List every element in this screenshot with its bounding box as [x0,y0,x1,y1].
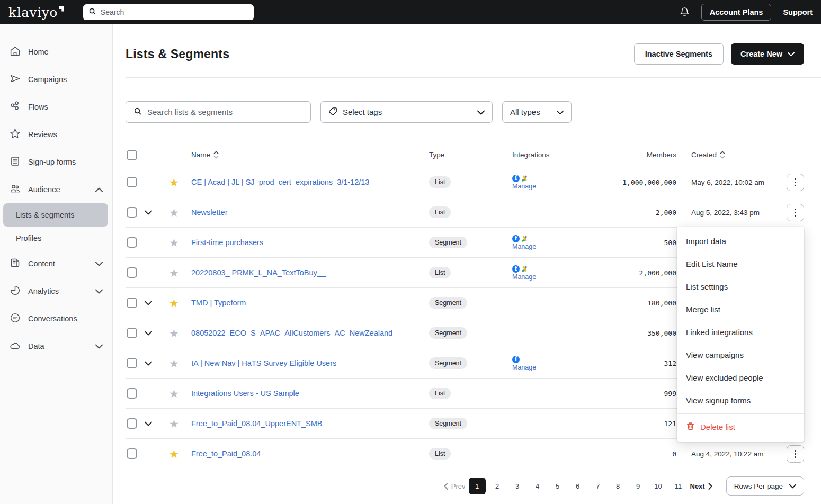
menu-item-delete-list[interactable]: Delete list [677,416,804,438]
manage-integrations-link[interactable]: Manage [512,273,536,281]
list-name-link[interactable]: Integrations Users - US Sample [191,389,299,398]
menu-item-view-signup-forms[interactable]: View signup forms [677,389,804,412]
row-checkbox[interactable] [127,207,137,218]
row-checkbox[interactable] [127,418,137,429]
list-name-link[interactable]: Free_to_Paid_08.04_UpperENT_SMB [191,419,322,428]
expand-row-chevron-icon[interactable] [145,331,152,336]
pagination-page-1[interactable]: 1 [469,478,486,494]
expand-row-chevron-icon[interactable] [145,210,152,215]
klaviyo-logo[interactable]: klaviyo [8,5,64,20]
pagination-page-5[interactable]: 5 [549,478,566,494]
row-checkbox[interactable] [127,448,137,459]
row-checkbox[interactable] [127,267,137,278]
pagination-next-button[interactable]: Next [690,482,712,490]
list-name-link[interactable]: 08052022_ECO_S_APAC_AllCustomers_AC_NewZ… [191,329,392,337]
sidebar-item-analytics[interactable]: Analytics [0,277,112,305]
menu-item-edit-list-name[interactable]: Edit List Name [677,253,804,275]
rows-per-page-select[interactable]: Rows Per page [726,476,804,496]
sort-by-name[interactable]: Name [191,151,219,159]
favorite-star-icon[interactable]: ★ [169,267,179,278]
type-badge: Segment [429,327,467,339]
account-plans-button[interactable]: Account Plans [701,4,772,21]
pagination-page-9[interactable]: 9 [630,478,647,494]
pagination-page-4[interactable]: 4 [529,478,546,494]
list-name-link[interactable]: First-time purchasers [191,238,263,247]
select-tags-dropdown[interactable]: Select tags [320,101,493,123]
list-name-link[interactable]: Free_to_Paid_08.04 [191,449,261,458]
row-actions-kebab-button[interactable] [787,174,804,191]
sidebar-item-sign-up-forms[interactable]: Sign-up forms [0,148,112,176]
menu-item-import-data[interactable]: Import data [677,230,804,253]
row-checkbox[interactable] [127,177,137,187]
sidebar-item-audience[interactable]: Audience [0,176,112,203]
sidebar-item-label: Data [28,342,88,350]
pagination-page-3[interactable]: 3 [509,478,526,494]
lists-search-input[interactable] [147,107,303,116]
manage-integrations-link[interactable]: Manage [512,243,536,250]
row-actions-kebab-button[interactable] [787,204,804,221]
sidebar-item-label: Reviews [28,130,103,139]
inactive-segments-button[interactable]: Inactive Segments [634,43,724,65]
menu-item-list-settings[interactable]: List settings [677,275,804,298]
favorite-star-icon[interactable]: ★ [169,237,179,248]
favorite-star-icon[interactable]: ★ [169,358,179,369]
manage-integrations-link[interactable]: Manage [512,364,536,371]
favorite-star-icon[interactable]: ★ [169,328,179,339]
menu-item-linked-integrations[interactable]: Linked integrations [677,321,804,344]
list-name-link[interactable]: Newsletter [191,208,228,217]
row-checkbox[interactable] [127,237,137,248]
sidebar-subitem-profiles[interactable]: Profiles [3,227,108,250]
favorite-star-icon[interactable]: ★ [169,448,179,460]
sidebar-item-data[interactable]: Data [0,332,112,360]
pagination-page-8[interactable]: 8 [610,478,627,494]
global-search[interactable] [83,4,254,20]
expand-row-chevron-icon[interactable] [145,301,152,305]
sidebar-item-reviews[interactable]: Reviews [0,121,112,148]
expand-row-chevron-icon[interactable] [145,421,152,426]
list-name-link[interactable]: 20220803_ PRMK_L_NA_TextToBuy__ [191,268,326,277]
members-count: 500 [664,239,676,247]
sidebar-item-flows[interactable]: Flows [0,93,112,121]
row-actions-kebab-button[interactable] [787,445,804,463]
support-link[interactable]: Support [783,8,813,16]
google-ads-icon [521,265,529,273]
create-new-button[interactable]: Create New [731,43,804,65]
pagination-page-7[interactable]: 7 [590,478,606,494]
global-search-input[interactable] [101,8,248,16]
favorite-star-icon[interactable]: ★ [169,177,179,188]
row-checkbox[interactable] [127,298,137,308]
lists-search-field[interactable] [126,101,311,123]
sidebar-item-home[interactable]: Home [0,38,112,66]
menu-item-view-campaigns[interactable]: View campaigns [677,344,804,366]
sidebar-subitem-lists-segments[interactable]: Lists & segments [3,203,108,227]
pagination-page-6[interactable]: 6 [569,478,586,494]
expand-row-chevron-icon[interactable] [145,361,152,366]
notifications-bell-icon[interactable] [680,7,690,17]
favorite-star-icon[interactable]: ★ [169,207,179,218]
menu-item-merge-list[interactable]: Merge list [677,298,804,321]
favorite-star-icon[interactable]: ★ [169,418,179,429]
manage-integrations-link[interactable]: Manage [512,183,536,190]
menu-item-view-excluded-people[interactable]: View excluded people [677,366,804,389]
row-checkbox[interactable] [127,358,137,368]
pagination-page-11[interactable]: 11 [670,478,687,494]
favorite-star-icon[interactable]: ★ [169,388,179,399]
sidebar-item-campaigns[interactable]: Campaigns [0,66,112,93]
row-checkbox[interactable] [127,328,137,338]
type-badge: List [429,448,451,460]
list-name-link[interactable]: TMD | Typeform [191,299,246,307]
pagination-prev-button[interactable]: Prev [444,482,466,490]
campaigns-icon [10,73,21,86]
created-date: May 6, 2022, 10:02 am [691,178,764,186]
pagination-page-2[interactable]: 2 [489,478,506,494]
list-name-link[interactable]: IA | New Nav | HaTS Survey Eligible User… [191,359,336,367]
list-name-link[interactable]: CE | Acad | JL | SJ_prod_cert_expiration… [191,178,369,186]
type-filter-dropdown[interactable]: All types [502,101,572,123]
sort-by-created[interactable]: Created [691,151,725,159]
select-all-checkbox[interactable] [127,150,137,160]
sidebar-item-conversations[interactable]: Conversations [0,305,112,332]
row-checkbox[interactable] [127,388,137,399]
pagination-page-10[interactable]: 10 [650,478,667,494]
favorite-star-icon[interactable]: ★ [169,298,179,309]
sidebar-item-content[interactable]: Content [0,250,112,277]
